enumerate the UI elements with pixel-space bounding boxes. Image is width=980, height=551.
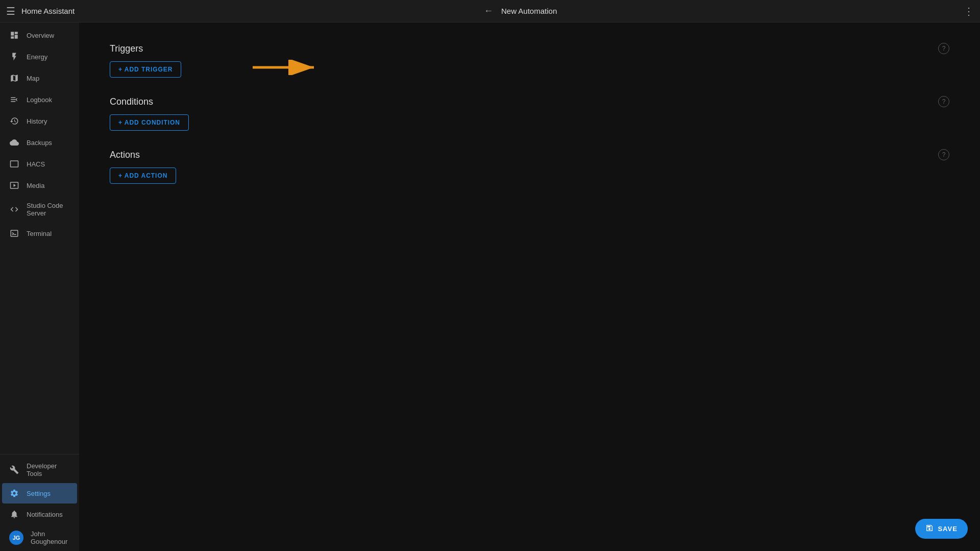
sidebar-label-backups: Backups bbox=[27, 139, 52, 147]
sidebar-label-notifications: Notifications bbox=[27, 511, 63, 518]
sidebar-bottom: Developer Tools Settings Notifications J… bbox=[0, 454, 79, 551]
sidebar-label-studio: Studio Code Server bbox=[27, 202, 70, 217]
back-button[interactable]: ← bbox=[484, 6, 493, 16]
energy-icon bbox=[9, 52, 19, 62]
actions-section: Actions ? + ADD ACTION bbox=[110, 149, 949, 184]
sidebar-label-history: History bbox=[27, 117, 47, 125]
sidebar-label-settings: Settings bbox=[27, 490, 51, 497]
sidebar-label-terminal: Terminal bbox=[27, 230, 52, 237]
sidebar-item-studio[interactable]: Studio Code Server bbox=[2, 197, 77, 222]
triggers-help-button[interactable]: ? bbox=[938, 43, 949, 54]
sidebar-label-developer: Developer Tools bbox=[27, 462, 70, 477]
sidebar-item-hacs[interactable]: HACS bbox=[2, 154, 77, 174]
sidebar-label-hacs: HACS bbox=[27, 160, 45, 168]
sidebar-item-notifications[interactable]: Notifications bbox=[2, 504, 77, 524]
sidebar-item-user[interactable]: JG John Goughenour bbox=[2, 525, 77, 550]
media-icon bbox=[9, 180, 19, 190]
developer-icon bbox=[9, 465, 19, 475]
hacs-icon bbox=[9, 159, 19, 169]
sidebar-item-settings[interactable]: Settings bbox=[2, 483, 77, 504]
actions-help-button[interactable]: ? bbox=[938, 149, 949, 160]
sidebar: Overview Energy Map Logbook History bbox=[0, 22, 79, 551]
conditions-section: Conditions ? + ADD CONDITION bbox=[110, 96, 949, 131]
sidebar-item-terminal[interactable]: Terminal bbox=[2, 223, 77, 244]
save-icon bbox=[925, 524, 934, 534]
triggers-title: Triggers bbox=[110, 43, 143, 54]
sidebar-item-backups[interactable]: Backups bbox=[2, 132, 77, 153]
sidebar-item-logbook[interactable]: Logbook bbox=[2, 89, 77, 110]
actions-header: Actions ? bbox=[110, 149, 949, 160]
app-title: Home Assistant bbox=[21, 7, 478, 15]
overview-icon bbox=[9, 30, 19, 40]
notifications-icon bbox=[9, 509, 19, 519]
sidebar-item-media[interactable]: Media bbox=[2, 175, 77, 196]
sidebar-item-developer[interactable]: Developer Tools bbox=[2, 457, 77, 483]
topbar: ☰ Home Assistant ← New Automation ⋮ bbox=[0, 0, 980, 22]
sidebar-label-user: John Goughenour bbox=[31, 530, 70, 545]
add-action-button[interactable]: + ADD ACTION bbox=[110, 167, 176, 184]
save-label: SAVE bbox=[938, 525, 958, 533]
more-options-icon[interactable]: ⋮ bbox=[964, 5, 974, 17]
sidebar-item-map[interactable]: Map bbox=[2, 68, 77, 88]
map-icon bbox=[9, 73, 19, 83]
menu-icon[interactable]: ☰ bbox=[6, 5, 15, 17]
sidebar-item-energy[interactable]: Energy bbox=[2, 46, 77, 67]
conditions-header: Conditions ? bbox=[110, 96, 949, 107]
sidebar-label-energy: Energy bbox=[27, 53, 47, 61]
arrow-annotation bbox=[253, 60, 324, 75]
add-trigger-button[interactable]: + ADD TRIGGER bbox=[110, 61, 181, 78]
sidebar-label-logbook: Logbook bbox=[27, 96, 52, 104]
page-title: New Automation bbox=[501, 7, 958, 15]
backups-icon bbox=[9, 137, 19, 148]
conditions-title: Conditions bbox=[110, 97, 153, 107]
sidebar-label-media: Media bbox=[27, 182, 44, 189]
settings-icon bbox=[9, 488, 19, 498]
sidebar-item-overview[interactable]: Overview bbox=[2, 25, 77, 45]
layout: Overview Energy Map Logbook History bbox=[0, 22, 980, 551]
sidebar-item-history[interactable]: History bbox=[2, 111, 77, 131]
conditions-help-button[interactable]: ? bbox=[938, 96, 949, 107]
logbook-icon bbox=[9, 94, 19, 105]
main-content: Triggers ? + ADD TRIGGER Conditions ? + … bbox=[79, 22, 980, 551]
avatar: JG bbox=[9, 531, 23, 545]
sidebar-label-overview: Overview bbox=[27, 32, 54, 39]
triggers-section: Triggers ? + ADD TRIGGER bbox=[110, 43, 949, 78]
add-condition-button[interactable]: + ADD CONDITION bbox=[110, 114, 189, 131]
actions-title: Actions bbox=[110, 150, 140, 160]
triggers-header: Triggers ? bbox=[110, 43, 949, 54]
terminal-icon bbox=[9, 228, 19, 238]
studio-icon bbox=[9, 204, 19, 214]
save-button[interactable]: SAVE bbox=[915, 519, 968, 539]
sidebar-label-map: Map bbox=[27, 75, 39, 82]
history-icon bbox=[9, 116, 19, 126]
